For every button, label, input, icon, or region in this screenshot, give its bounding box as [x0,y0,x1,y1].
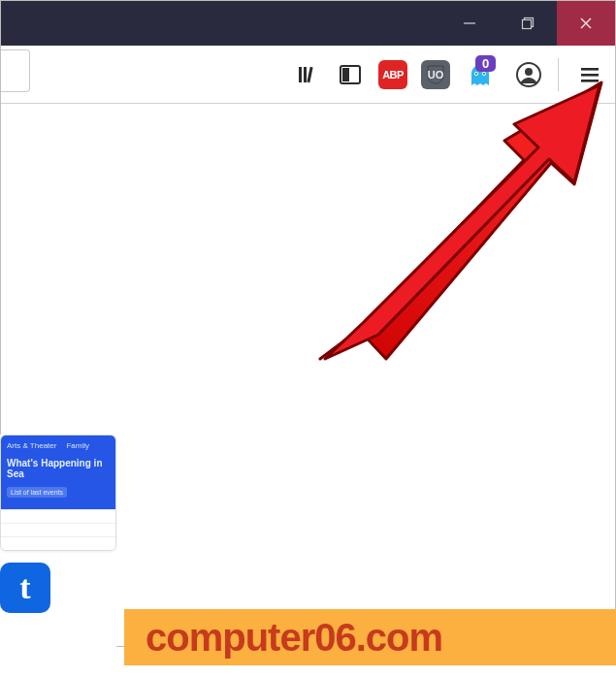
ghostery-badge: 0 [475,55,496,73]
thumb-pill: List of last events [7,487,67,498]
thumb-row [1,509,115,523]
adblock-plus-button[interactable]: ABP [377,59,408,90]
ublock-icon: UO [421,60,450,89]
svg-rect-18 [581,74,599,77]
menu-button[interactable] [574,59,605,90]
thumb-hero-text: What's Happening in Sea [7,458,110,479]
thumb-row [1,536,115,550]
window-controls [440,1,615,46]
maximize-button[interactable] [499,1,557,46]
library-button[interactable] [292,59,323,90]
ghostery-button[interactable]: 0 [463,59,502,90]
sidebars-button[interactable] [335,59,366,90]
svg-rect-17 [581,68,599,71]
abp-icon: ABP [378,60,407,89]
minimize-button[interactable] [440,1,499,46]
watermark-bar: computer06.com [124,609,616,665]
svg-rect-19 [581,80,599,82]
close-button[interactable] [557,1,615,46]
library-icon [295,62,320,87]
svg-rect-6 [304,67,307,82]
preview-thumbnail: Arts & Theater Family What's Happening i… [0,435,116,658]
toolbar-separator [558,58,559,91]
svg-point-16 [525,68,533,76]
svg-point-13 [475,73,477,75]
thumbnail-card: Arts & Theater Family What's Happening i… [0,435,116,551]
thumb-row [1,523,115,536]
address-bar-stub[interactable] [1,49,30,92]
firefox-account-button[interactable] [513,59,544,90]
t-logo-icon: t [0,563,50,613]
window-titlebar [1,1,615,46]
svg-point-14 [483,73,485,75]
thumb-tab: Arts & Theater [7,441,56,450]
account-icon [515,61,542,88]
svg-rect-7 [307,66,312,81]
watermark-text: computer06.com [146,616,442,660]
ublock-origin-button[interactable]: UO [420,59,451,90]
svg-rect-9 [342,68,349,81]
svg-text:UO: UO [428,69,444,81]
sidebar-icon [338,62,363,87]
browser-toolbar: ABP UO 0 [1,46,615,104]
thumb-tab: Family [66,441,89,450]
menu-icon [578,63,601,86]
svg-rect-2 [523,20,532,29]
svg-rect-5 [299,67,302,82]
